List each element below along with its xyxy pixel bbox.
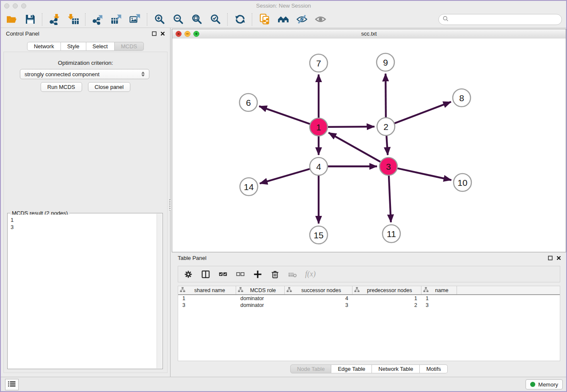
table-cell[interactable]: 4	[285, 295, 352, 301]
search-icon	[443, 16, 449, 23]
import-network-icon[interactable]	[48, 13, 61, 26]
memory-button[interactable]: Memory	[526, 379, 563, 389]
graph-node-2[interactable]: 2	[377, 118, 395, 135]
search-box[interactable]	[438, 14, 562, 25]
tab-style[interactable]: Style	[61, 42, 86, 51]
table-cell[interactable]: 3	[178, 302, 236, 308]
graph-edge-2-8[interactable]	[394, 102, 451, 124]
zoom-out-icon[interactable]	[172, 13, 184, 26]
column-header-successor-nodes[interactable]: successor nodes	[285, 286, 352, 294]
mcds-result-text[interactable]: 13	[8, 215, 157, 368]
table-cell[interactable]: 3	[421, 302, 457, 308]
table-panel: Table Panel f(x) shared nameMCDS rolesuc…	[172, 252, 566, 377]
graph-node-1[interactable]: 1	[310, 118, 328, 136]
graph-edge-2-3[interactable]	[386, 135, 388, 155]
table-cell[interactable]: dominator	[236, 295, 285, 301]
copy-network-icon[interactable]	[258, 13, 271, 26]
toolbar-separator	[85, 13, 86, 26]
split-columns-icon[interactable]	[201, 270, 210, 279]
show-graphics-details-icon[interactable]	[314, 13, 327, 26]
tab-network[interactable]: Network	[27, 42, 61, 51]
graph-edge-2-9[interactable]	[385, 74, 386, 119]
float-table-panel-icon[interactable]	[548, 256, 553, 260]
criterion-selected-value: strongly connected component	[25, 71, 141, 77]
hierarchy-icon	[180, 287, 185, 294]
network-canvas[interactable]: 7968124314101511	[172, 39, 566, 252]
graph-node-15[interactable]: 15	[310, 226, 328, 244]
network-window-titlebar[interactable]: scc.txt	[172, 29, 566, 39]
graph-edge-1-2[interactable]	[327, 127, 374, 127]
tab-mcds[interactable]: MCDS	[115, 42, 144, 51]
task-history-button[interactable]	[5, 379, 19, 390]
close-table-panel-icon[interactable]	[556, 256, 561, 260]
graph-node-label: 4	[316, 162, 321, 171]
graph-node-11[interactable]: 11	[383, 225, 400, 243]
graph-node-10[interactable]: 10	[454, 174, 471, 191]
criterion-dropdown[interactable]: strongly connected component	[20, 69, 149, 79]
column-header-name[interactable]: name	[421, 286, 457, 294]
float-panel-icon[interactable]	[152, 31, 157, 36]
graph-node-3[interactable]: 3	[380, 157, 397, 175]
graph-node-14[interactable]: 14	[240, 178, 258, 196]
graph-edge-1-6[interactable]	[259, 106, 311, 124]
table-cell[interactable]: 1	[178, 295, 236, 301]
toolbar-separator	[252, 13, 253, 26]
table-row[interactable]: 1dominator411	[178, 295, 560, 302]
column-header-MCDS-role[interactable]: MCDS role	[236, 286, 285, 294]
settings-gear-icon[interactable]	[184, 270, 193, 279]
open-file-icon[interactable]	[5, 13, 18, 26]
splitter-grip[interactable]	[169, 199, 171, 210]
close-panel-icon[interactable]	[160, 31, 165, 36]
function-builder-icon: f(x)	[305, 270, 316, 279]
graph-edge-3-1[interactable]	[329, 133, 382, 162]
import-table-icon[interactable]	[67, 13, 80, 26]
graph-edge-3-10[interactable]	[396, 168, 451, 180]
export-image-icon[interactable]	[129, 13, 141, 26]
save-session-icon[interactable]	[24, 13, 36, 26]
close-panel-button[interactable]: Close panel	[88, 82, 131, 92]
graph-node-9[interactable]: 9	[377, 53, 394, 71]
column-header-shared-name[interactable]: shared name	[178, 286, 236, 294]
graph-edge-3-11[interactable]	[389, 174, 391, 222]
select-all-columns-icon[interactable]	[218, 270, 228, 279]
zoom-selected-icon[interactable]	[209, 13, 222, 26]
graph-node-4[interactable]: 4	[310, 157, 328, 175]
table-cell[interactable]: 2	[352, 302, 421, 308]
export-network-icon[interactable]	[91, 13, 104, 26]
table-cell[interactable]: dominator	[236, 302, 285, 308]
run-mcds-button[interactable]: Run MCDS	[41, 82, 82, 92]
graph-node-8[interactable]: 8	[453, 89, 471, 107]
control-panel: Control Panel NetworkStyleSelectMCDS Opt…	[1, 28, 171, 377]
tab-edge-table[interactable]: Edge Table	[331, 364, 372, 373]
create-column-icon[interactable]	[253, 270, 262, 279]
graph-edge-4-14[interactable]	[260, 168, 311, 183]
graph-node-7[interactable]: 7	[310, 54, 328, 72]
home-icon[interactable]	[277, 13, 289, 26]
column-label: successor nodes	[292, 287, 350, 293]
export-table-icon[interactable]	[110, 13, 123, 26]
unselect-all-columns-icon[interactable]	[236, 270, 245, 279]
hide-graphics-details-icon[interactable]	[295, 13, 308, 26]
graph-node-6[interactable]: 6	[239, 94, 257, 111]
table-row[interactable]: 3dominator323	[178, 302, 560, 309]
tab-network-table[interactable]: Network Table	[372, 364, 420, 373]
mcds-result-box: MCDS result (2 nodes) 13	[7, 213, 163, 369]
table-cell[interactable]: 1	[421, 295, 457, 301]
refresh-icon[interactable]	[234, 13, 246, 26]
tab-node-table[interactable]: Node Table	[290, 364, 332, 373]
tab-motifs[interactable]: Motifs	[420, 364, 448, 373]
delete-columns-icon[interactable]	[270, 270, 280, 279]
mcds-result-line: 3	[11, 224, 154, 231]
tab-select[interactable]: Select	[86, 42, 115, 51]
zoom-fit-icon[interactable]	[190, 13, 203, 26]
table-cell[interactable]: 1	[352, 295, 421, 301]
table-cell[interactable]: 3	[285, 302, 352, 308]
column-header-predecessor-nodes[interactable]: predecessor nodes	[352, 286, 421, 294]
search-input[interactable]	[451, 16, 558, 23]
window-titlebar: Session: New Session	[1, 1, 566, 11]
result-scrollbar[interactable]	[157, 214, 162, 368]
delete-table-icon	[288, 270, 297, 279]
graph-node-label: 9	[383, 58, 388, 67]
zoom-in-icon[interactable]	[153, 13, 166, 26]
optimization-criterion-label: Optimization criterion:	[4, 60, 167, 66]
